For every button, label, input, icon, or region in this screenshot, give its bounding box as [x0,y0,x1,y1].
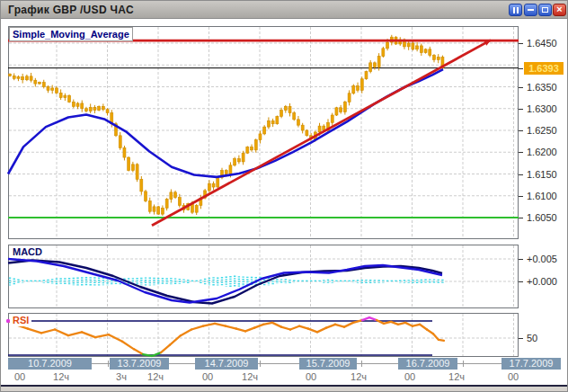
price-tick-label: 1.6100 [527,191,566,201]
axis-tick-mark [519,68,523,69]
rsi-indicator-label: RSI [10,314,31,326]
macd-tick-label: +0.005 [527,254,566,264]
axis-tick-mark [519,196,523,197]
date-label: 13.7.2009 [110,358,169,370]
date-label: 16.7.2009 [398,358,457,370]
axis-tick-mark [519,109,523,110]
axis-tick-mark [519,43,523,44]
time-label: 00 [7,371,32,382]
date-axis-tick [108,361,109,367]
sma-line [8,69,443,177]
date-label: 17.7.2009 [501,358,561,370]
window-bottom-edge [1,387,568,392]
date-axis-tick [361,361,362,367]
price-tick-label: 1.6200 [527,147,566,157]
macd-tick-label: +0.000 [527,276,566,287]
price-tick-label: 1.6050 [527,212,566,223]
date-axis-tick [463,361,464,367]
grid [9,27,518,356]
date-label: 15.7.2009 [299,358,357,370]
time-label: 12ч [49,371,74,382]
macd-indicator-label: MACD [10,245,45,258]
date-label: 14.7.2009 [195,358,258,370]
time-label: 3ч [109,371,134,382]
candles-series [9,35,444,216]
time-label: 12ч [143,371,168,382]
time-label: 00 [397,371,422,382]
price-tick-label: 1.6450 [527,38,566,49]
axis-tick-mark [519,152,523,153]
axis-tick-mark [519,130,523,131]
price-tick-label: 1.6300 [527,103,566,114]
chart-canvas[interactable] [1,1,568,392]
date-axis-tick [260,361,261,367]
chart-window: График GBP /USD ЧАС × Simple_Moving_Aver… [0,0,568,392]
axis-tick-mark [519,338,523,339]
time-label: 12ч [237,371,262,382]
time-label: 12ч [346,371,371,382]
sma-indicator-label: Simple_Moving_Average [9,27,133,41]
axis-tick-mark [519,218,523,218]
price-tick-label: 1.6150 [527,169,566,180]
time-label: 12ч [444,371,469,382]
rsi-line [6,317,444,356]
price-tick-label: 1.6350 [527,82,566,93]
axis-tick-mark [519,87,523,88]
rsi-tick-label: 50 [527,333,566,343]
price-tick-label: 1.6250 [527,125,566,136]
axis-tick-mark [519,259,523,260]
time-label: 00 [298,371,324,382]
axis-tick-mark [519,174,523,175]
current-price-badge: 1.6393 [524,62,564,75]
level-lines [8,68,519,218]
date-label: 10.7.2009 [8,358,92,370]
time-label: 00 [501,371,526,382]
time-label: 00 [195,371,220,382]
axis-tick-mark [519,281,523,282]
